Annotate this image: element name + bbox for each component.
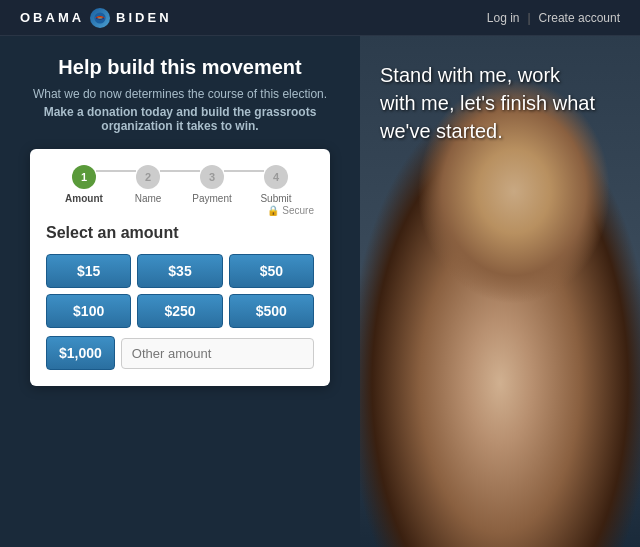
- nav-divider: |: [527, 11, 530, 25]
- amount-500-button[interactable]: $500: [229, 294, 314, 328]
- amount-50-button[interactable]: $50: [229, 254, 314, 288]
- logo-icon: [90, 8, 110, 28]
- logo-obama-text: OBAMA: [20, 10, 84, 25]
- select-amount-heading: Select an amount: [46, 224, 314, 242]
- amount-buttons-grid: $15 $35 $50 $100 $250 $500: [46, 254, 314, 328]
- subtext-1: What we do now determines the course of …: [33, 87, 327, 101]
- step-connector-2: [160, 170, 200, 172]
- step-3-label: Payment: [192, 193, 231, 204]
- subtext-2: Make a donation today and build the gras…: [44, 105, 317, 133]
- donation-form: 1 Amount 2 Name 3 Payment 4: [30, 149, 330, 386]
- step-amount: 1 Amount: [72, 165, 96, 193]
- secure-label: Secure: [282, 205, 314, 216]
- page-headline: Help build this movement: [58, 56, 301, 79]
- step-4-label: Submit: [260, 193, 291, 204]
- step-4-circle: 4: [264, 165, 288, 189]
- step-1-circle: 1: [72, 165, 96, 189]
- amount-250-button[interactable]: $250: [137, 294, 222, 328]
- step-2-label: Name: [135, 193, 162, 204]
- lock-icon: 🔒: [267, 205, 279, 216]
- right-panel: Stand with me, work with me, let's finis…: [360, 36, 640, 547]
- left-panel: Help build this movement What we do now …: [0, 36, 360, 547]
- step-connector-1: [96, 170, 136, 172]
- amount-15-button[interactable]: $15: [46, 254, 131, 288]
- header-logo: OBAMA BIDEN: [20, 8, 172, 28]
- amount-1000-button[interactable]: $1,000: [46, 336, 115, 370]
- login-link[interactable]: Log in: [487, 11, 520, 25]
- header: OBAMA BIDEN Log in | Create account: [0, 0, 640, 36]
- step-1-label: Amount: [65, 193, 103, 204]
- amount-100-button[interactable]: $100: [46, 294, 131, 328]
- step-submit: 4 Submit: [264, 165, 288, 193]
- step-3-circle: 3: [200, 165, 224, 189]
- other-amount-row: $1,000: [46, 336, 314, 370]
- step-connector-3: [224, 170, 264, 172]
- create-account-link[interactable]: Create account: [539, 11, 620, 25]
- right-tagline: Stand with me, work with me, let's finis…: [380, 61, 600, 145]
- header-nav: Log in | Create account: [487, 11, 620, 25]
- secure-badge: 🔒 Secure: [46, 205, 314, 216]
- steps-indicator: 1 Amount 2 Name 3 Payment 4: [46, 165, 314, 193]
- other-amount-input[interactable]: [121, 338, 314, 369]
- amount-35-button[interactable]: $35: [137, 254, 222, 288]
- step-name: 2 Name: [136, 165, 160, 193]
- step-2-circle: 2: [136, 165, 160, 189]
- logo-biden-text: BIDEN: [116, 10, 171, 25]
- step-payment: 3 Payment: [200, 165, 224, 193]
